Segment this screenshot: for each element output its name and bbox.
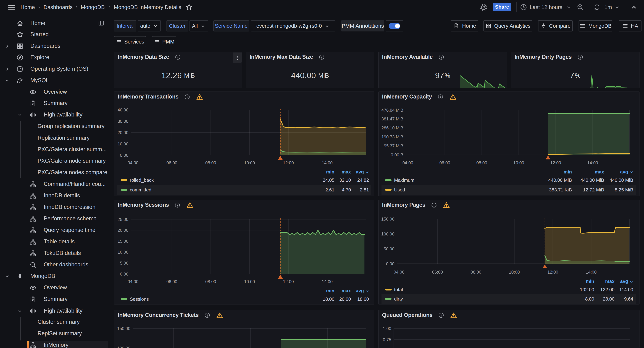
svg-text:440.00 MiB: 440.00 MiB (610, 178, 633, 183)
svg-text:20.00: 20.00 (118, 228, 128, 232)
svg-text:18.60: 18.60 (357, 296, 369, 302)
svg-text:max: max (342, 288, 351, 293)
svg-text:04:00: 04:00 (128, 279, 138, 284)
svg-text:15.00: 15.00 (118, 239, 128, 244)
svg-text:06:00: 06:00 (440, 160, 450, 165)
svg-text:383.71 KiB: 383.71 KiB (549, 187, 572, 192)
svg-text:committed: committed (130, 187, 152, 192)
svg-text:dirty: dirty (394, 296, 403, 302)
svg-text:08:00: 08:00 (205, 279, 216, 284)
svg-text:min: min (326, 169, 334, 174)
svg-text:Sessions: Sessions (130, 296, 149, 302)
svg-text:max: max (605, 278, 615, 284)
svg-text:190.73 MiB: 190.73 MiB (382, 134, 403, 139)
svg-text:max: max (595, 169, 604, 174)
svg-text:avg: avg (356, 288, 364, 293)
svg-text:0.00: 0.00 (386, 261, 394, 266)
svg-text:5.00: 5.00 (120, 261, 128, 266)
svg-text:04:00: 04:00 (394, 270, 404, 274)
svg-text:12.72 MiB: 12.72 MiB (583, 187, 604, 192)
svg-text:150.00: 150.00 (381, 216, 394, 222)
svg-text:20.00: 20.00 (339, 296, 351, 302)
svg-text:10.00: 10.00 (118, 250, 128, 254)
svg-text:10:00: 10:00 (509, 270, 520, 274)
svg-text:2.81: 2.81 (360, 187, 369, 192)
svg-text:0.00: 0.00 (120, 272, 128, 276)
svg-text:min: min (564, 169, 572, 174)
svg-text:avg: avg (620, 278, 628, 284)
svg-text:8.25 MiB: 8.25 MiB (615, 187, 633, 192)
svg-text:24.05: 24.05 (323, 178, 334, 183)
svg-text:12:00: 12:00 (283, 160, 294, 165)
svg-text:102.00: 102.00 (580, 287, 594, 292)
svg-text:Used: Used (394, 187, 405, 192)
svg-text:114.00: 114.00 (619, 287, 633, 292)
svg-text:24.82: 24.82 (357, 178, 369, 183)
svg-text:total: total (394, 287, 403, 292)
svg-text:04:00: 04:00 (128, 160, 138, 165)
svg-text:476.84 MiB: 476.84 MiB (382, 108, 403, 112)
svg-text:0.00 B: 0.00 B (391, 152, 403, 157)
svg-text:50.00: 50.00 (384, 246, 394, 251)
svg-text:08:00: 08:00 (476, 160, 487, 165)
svg-text:08:00: 08:00 (205, 160, 216, 165)
svg-text:10:00: 10:00 (513, 160, 524, 165)
svg-text:14:00: 14:00 (587, 160, 598, 165)
svg-text:286.10 MiB: 286.10 MiB (382, 126, 403, 130)
svg-text:95.37 MiB: 95.37 MiB (384, 144, 403, 148)
svg-text:avg: avg (356, 169, 364, 174)
svg-text:0.00: 0.00 (120, 153, 128, 158)
svg-text:32.10: 32.10 (339, 178, 351, 183)
svg-text:06:00: 06:00 (432, 270, 443, 274)
svg-text:12:00: 12:00 (283, 279, 294, 284)
svg-text:8.00: 8.00 (585, 296, 594, 302)
svg-text:04:00: 04:00 (402, 160, 413, 165)
svg-text:14:00: 14:00 (322, 279, 332, 284)
svg-text:150.00: 150.00 (117, 326, 130, 331)
svg-text:10:00: 10:00 (244, 160, 255, 165)
svg-text:30.00: 30.00 (118, 119, 128, 124)
svg-text:440.00 MiB: 440.00 MiB (580, 178, 604, 183)
svg-text:12:00: 12:00 (548, 270, 558, 274)
svg-text:max: max (342, 169, 351, 174)
svg-text:Maximum: Maximum (394, 178, 414, 183)
svg-text:avg: avg (620, 169, 628, 174)
svg-text:18.00: 18.00 (323, 296, 334, 302)
svg-text:25.00: 25.00 (118, 217, 128, 222)
svg-text:9.64: 9.64 (624, 296, 633, 302)
svg-text:122.00: 122.00 (600, 287, 614, 292)
svg-text:rolled_back: rolled_back (130, 178, 154, 183)
svg-text:0.75: 0.75 (383, 337, 391, 342)
svg-text:20.00: 20.00 (118, 130, 128, 135)
svg-text:381.47 MiB: 381.47 MiB (382, 116, 403, 121)
svg-text:10.00: 10.00 (118, 142, 128, 146)
svg-text:100.00: 100.00 (117, 346, 130, 348)
svg-text:12:00: 12:00 (550, 160, 561, 165)
svg-text:1.00: 1.00 (383, 326, 391, 331)
svg-text:10:00: 10:00 (244, 279, 255, 284)
svg-text:28.00: 28.00 (603, 296, 614, 302)
svg-text:4.70: 4.70 (342, 187, 351, 192)
svg-text:100.00: 100.00 (381, 232, 394, 236)
svg-text:min: min (586, 278, 594, 284)
svg-text:2.61: 2.61 (325, 187, 334, 192)
svg-text:08:00: 08:00 (470, 270, 481, 274)
svg-text:40.00: 40.00 (118, 108, 128, 112)
svg-text:14:00: 14:00 (322, 160, 332, 165)
svg-text:440.00 MiB: 440.00 MiB (548, 178, 572, 183)
svg-text:14:00: 14:00 (586, 270, 596, 274)
svg-text:06:00: 06:00 (166, 160, 177, 165)
svg-text:min: min (326, 288, 334, 293)
svg-text:06:00: 06:00 (166, 279, 177, 284)
